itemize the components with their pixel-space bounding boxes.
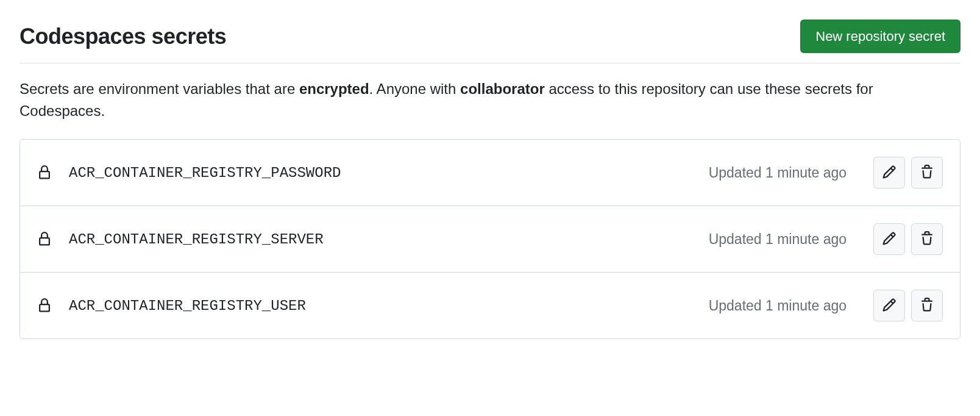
secret-row: ACR_CONTAINER_REGISTRY_USER Updated 1 mi… <box>20 273 960 339</box>
trash-icon <box>920 298 934 314</box>
delete-secret-button[interactable] <box>911 290 943 321</box>
secrets-list: ACR_CONTAINER_REGISTRY_PASSWORD Updated … <box>20 139 960 339</box>
description-prefix: Secrets are environment variables that a… <box>20 81 299 97</box>
secret-updated: Updated 1 minute ago <box>709 165 847 181</box>
lock-icon <box>37 298 52 313</box>
edit-secret-button[interactable] <box>873 157 905 188</box>
pencil-icon <box>882 165 897 181</box>
edit-secret-button[interactable] <box>873 290 905 321</box>
secret-updated: Updated 1 minute ago <box>709 298 847 314</box>
secret-name: ACR_CONTAINER_REGISTRY_SERVER <box>69 231 692 248</box>
lock-icon <box>37 165 52 180</box>
delete-secret-button[interactable] <box>911 223 943 255</box>
secret-name: ACR_CONTAINER_REGISTRY_USER <box>69 298 692 314</box>
secret-row: ACR_CONTAINER_REGISTRY_SERVER Updated 1 … <box>20 206 960 273</box>
pencil-icon <box>882 298 897 314</box>
edit-secret-button[interactable] <box>873 223 905 255</box>
secret-actions <box>873 290 943 321</box>
trash-icon <box>920 231 934 248</box>
description-bold-collaborator: collaborator <box>460 81 545 97</box>
page-header: Codespaces secrets New repository secret <box>20 20 960 63</box>
description-text: Secrets are environment variables that a… <box>20 78 960 122</box>
new-repository-secret-button[interactable]: New repository secret <box>800 20 960 53</box>
pencil-icon <box>882 231 897 248</box>
page-title: Codespaces secrets <box>20 24 226 49</box>
delete-secret-button[interactable] <box>911 157 943 188</box>
secret-updated: Updated 1 minute ago <box>709 231 847 248</box>
description-bold-encrypted: encrypted <box>299 81 369 97</box>
secret-actions <box>873 223 943 255</box>
trash-icon <box>920 165 934 181</box>
secret-name: ACR_CONTAINER_REGISTRY_PASSWORD <box>69 165 692 181</box>
secret-row: ACR_CONTAINER_REGISTRY_PASSWORD Updated … <box>20 140 960 206</box>
lock-icon <box>37 232 52 246</box>
description-mid: . Anyone with <box>369 81 460 97</box>
secret-actions <box>873 157 943 188</box>
